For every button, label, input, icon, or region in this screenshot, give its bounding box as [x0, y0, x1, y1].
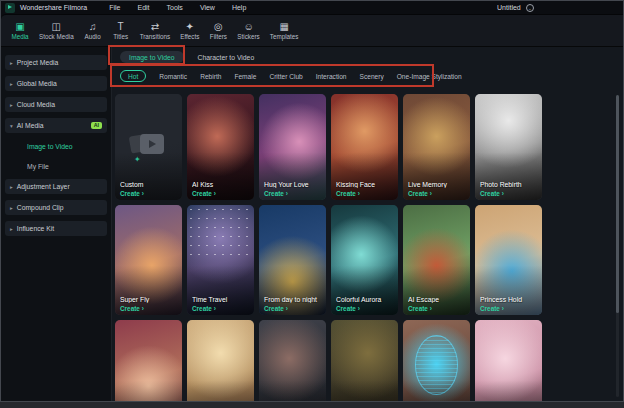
template-card-hug-your-love[interactable]: Hug Your LoveCreate ›: [259, 94, 326, 200]
menu-bar: Wondershare Filmora FileEditToolsViewHel…: [1, 1, 623, 14]
create-link[interactable]: Create ›: [336, 190, 395, 197]
toolbar-label-media: Media: [11, 33, 29, 41]
tab-image-to-video[interactable]: Image to Video: [120, 51, 184, 63]
card-meta: Live MemoryCreate ›: [408, 181, 467, 197]
create-link[interactable]: Create ›: [480, 190, 539, 197]
sidebar-item-cloud-media[interactable]: ▸Cloud Media: [5, 97, 107, 112]
template-card-colorful-aurora[interactable]: Colorful AuroraCreate ›: [331, 205, 398, 315]
create-link[interactable]: Create ›: [408, 305, 467, 312]
card-meta: Kissing FaceCreate ›: [336, 181, 395, 197]
toolbar-item-templates[interactable]: ▦Templates: [265, 21, 304, 41]
template-card-custom[interactable]: ✦CustomCreate ›: [115, 94, 182, 200]
card-title: Princess Hold: [480, 296, 539, 303]
toolbar-label-titles: Titles: [112, 33, 130, 41]
card-meta: AI EscapeCreate ›: [408, 296, 467, 312]
card-shade: [331, 320, 398, 402]
asset-toolbar: ▣Media◫Stock Media♫AudioTTitles⇄Transiti…: [1, 14, 623, 47]
menu-file[interactable]: File: [109, 4, 120, 11]
sidebar-item-adjustment-layer[interactable]: ▸Adjustment Layer: [5, 179, 107, 194]
chevron-icon: ▸: [10, 184, 13, 190]
template-card-heart-hands-selfie[interactable]: [187, 320, 254, 402]
toolbar-item-audio[interactable]: ♫Audio: [79, 21, 107, 41]
filmora-logo-icon: [5, 3, 15, 13]
toolbar-label-transitions: Transitions: [140, 33, 171, 41]
template-card-kissing-face[interactable]: Kissing FaceCreate ›: [331, 94, 398, 200]
template-card-super-fly[interactable]: Super FlyCreate ›: [115, 205, 182, 315]
chevron-icon: ▾: [10, 123, 13, 129]
category-chip-hot[interactable]: Hot: [120, 70, 146, 82]
menu-tools[interactable]: Tools: [167, 4, 183, 11]
category-chip-critter-club[interactable]: Critter Club: [269, 73, 302, 80]
card-shade: [259, 320, 326, 402]
template-card-heart-hands-couple[interactable]: [115, 320, 182, 402]
menu-view[interactable]: View: [200, 4, 215, 11]
template-card-photo-rebirth[interactable]: Photo RebirthCreate ›: [475, 94, 542, 200]
card-meta: From day to nightCreate ›: [264, 296, 323, 312]
card-shade: [115, 320, 182, 402]
tab-character-to-video[interactable]: Character to Video: [198, 54, 255, 61]
menu-help[interactable]: Help: [232, 4, 246, 11]
scrollbar-thumb[interactable]: [616, 95, 619, 313]
toolbar-item-stickers[interactable]: ☺Stickers: [232, 21, 264, 41]
sidebar-subitem-my-file[interactable]: My File: [5, 159, 107, 174]
create-link[interactable]: Create ›: [120, 190, 179, 197]
template-card-cherry-blossom[interactable]: [475, 320, 542, 402]
menu-edit[interactable]: Edit: [137, 4, 149, 11]
template-card-time-travel[interactable]: Time TravelCreate ›: [187, 205, 254, 315]
create-link[interactable]: Create ›: [336, 305, 395, 312]
toolbar-label-stock-media: Stock Media: [39, 33, 74, 41]
sidebar-item-label: Influence Kit: [17, 225, 54, 232]
sidebar-item-global-media[interactable]: ▸Global Media: [5, 76, 107, 91]
category-chip-female[interactable]: Female: [234, 73, 256, 80]
toolbar-label-templates: Templates: [270, 33, 299, 41]
template-card-princess-hold[interactable]: Princess HoldCreate ›: [475, 205, 542, 315]
category-chip-one-image-stylization[interactable]: One-Image Stylization: [397, 73, 462, 80]
vertical-scrollbar[interactable]: [616, 95, 619, 397]
card-title: AI Kiss: [192, 181, 251, 188]
toolbar-item-media[interactable]: ▣Media: [6, 21, 34, 41]
category-chip-rebirth[interactable]: Rebirth: [200, 73, 221, 80]
sidebar-item-project-media[interactable]: ▸Project Media: [5, 55, 107, 70]
sidebar-subitem-label: My File: [27, 163, 49, 170]
template-card-drama-scene[interactable]: [259, 320, 326, 402]
category-chip-interaction[interactable]: Interaction: [316, 73, 347, 80]
toolbar-item-effects[interactable]: ✦Effects: [175, 21, 204, 41]
card-meta: Photo RebirthCreate ›: [480, 181, 539, 197]
create-link[interactable]: Create ›: [264, 305, 323, 312]
category-chip-romantic[interactable]: Romantic: [159, 73, 187, 80]
sidebar-item-label: AI Media: [17, 122, 44, 129]
template-card-classic-painting[interactable]: [331, 320, 398, 402]
title-status-icon[interactable]: ⌄: [526, 4, 534, 12]
toolbar-item-transitions[interactable]: ⇄Transitions: [135, 21, 176, 41]
card-meta: CustomCreate ›: [120, 181, 179, 197]
toolbar-item-titles[interactable]: TTitles: [107, 21, 135, 41]
create-link[interactable]: Create ›: [480, 305, 539, 312]
card-meta: Super FlyCreate ›: [120, 296, 179, 312]
toolbar-label-stickers: Stickers: [237, 33, 259, 41]
sidebar-item-label: Compound Clip: [17, 204, 64, 211]
category-chips: HotRomanticRebirthFemaleCritter ClubInte…: [112, 65, 623, 87]
template-card-ai-kiss[interactable]: AI KissCreate ›: [187, 94, 254, 200]
sidebar-subitem-image-to-video[interactable]: Image to Video: [5, 139, 107, 154]
sidebar-item-compound-clip[interactable]: ▸Compound Clip: [5, 200, 107, 215]
create-link[interactable]: Create ›: [192, 305, 251, 312]
category-chip-scenery[interactable]: Scenery: [360, 73, 384, 80]
effects-icon: ✦: [180, 21, 199, 33]
create-link[interactable]: Create ›: [408, 190, 467, 197]
media-icon: ▣: [11, 21, 29, 33]
template-card-ai-escape[interactable]: AI EscapeCreate ›: [403, 205, 470, 315]
toolbar-item-stock-media[interactable]: ◫Stock Media: [34, 21, 79, 41]
create-link[interactable]: Create ›: [192, 190, 251, 197]
card-shade: [403, 320, 470, 402]
template-card-ai-face-scan[interactable]: [403, 320, 470, 402]
sidebar-item-influence-kit[interactable]: ▸Influence Kit: [5, 221, 107, 236]
toolbar-item-filters[interactable]: ◎Filters: [204, 21, 232, 41]
create-link[interactable]: Create ›: [120, 305, 179, 312]
template-card-live-memory[interactable]: Live MemoryCreate ›: [403, 94, 470, 200]
project-title: Untitled: [497, 4, 521, 11]
create-link[interactable]: Create ›: [264, 190, 323, 197]
toolbar-label-filters: Filters: [209, 33, 227, 41]
sidebar-item-ai-media[interactable]: ▾AI MediaAI: [5, 118, 107, 133]
template-card-from-day-to-night[interactable]: From day to nightCreate ›: [259, 205, 326, 315]
card-meta: Colorful AuroraCreate ›: [336, 296, 395, 312]
